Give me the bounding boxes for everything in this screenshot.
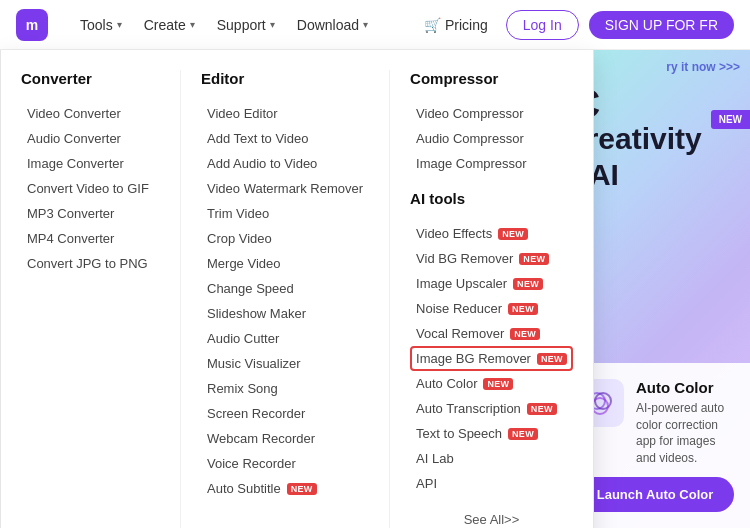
- menu-item-music-visualizer[interactable]: Music Visualizer: [201, 351, 369, 376]
- card-top: Auto Color AI-powered auto color correct…: [576, 379, 734, 467]
- nav-create[interactable]: Create ▾: [136, 11, 203, 39]
- menu-item-noise-reducer[interactable]: Noise Reducer NEW: [410, 296, 573, 321]
- main-nav: Tools ▾ Create ▾ Support ▾ Download ▾: [72, 11, 416, 39]
- menu-item-auto-color[interactable]: Auto Color NEW: [410, 371, 573, 396]
- menu-item-crop[interactable]: Crop Video: [201, 226, 369, 251]
- compressor-ai-column: Compressor Video Compressor Audio Compre…: [390, 70, 593, 528]
- menu-item-trim[interactable]: Trim Video: [201, 201, 369, 226]
- new-badge: NEW: [498, 228, 528, 240]
- new-badge: NEW: [510, 328, 540, 340]
- cart-icon: 🛒: [424, 17, 441, 33]
- menu-item-auto-subtitle[interactable]: Auto Subtitle NEW: [201, 476, 369, 501]
- chevron-down-icon: ▾: [270, 19, 275, 30]
- pricing-button[interactable]: 🛒 Pricing: [416, 11, 496, 39]
- menu-item-video-converter[interactable]: Video Converter: [21, 101, 160, 126]
- signup-button[interactable]: SIGN UP FOR FR: [589, 11, 734, 39]
- menu-item-webcam[interactable]: Webcam Recorder: [201, 426, 369, 451]
- nav-support[interactable]: Support ▾: [209, 11, 283, 39]
- menu-item-watermark[interactable]: Video Watermark Remover: [201, 176, 369, 201]
- card-title: Auto Color: [636, 379, 734, 396]
- menu-item-mp3[interactable]: MP3 Converter: [21, 201, 160, 226]
- menu-item-video-effects[interactable]: Video Effects NEW: [410, 221, 573, 246]
- editor-column: Editor Video Editor Add Text to Video Ad…: [181, 70, 390, 528]
- menu-item-convert-gif[interactable]: Convert Video to GIF: [21, 176, 160, 201]
- menu-item-audio-converter[interactable]: Audio Converter: [21, 126, 160, 151]
- menu-item-image-bg-remover[interactable]: Image BG Remover NEW: [410, 346, 573, 371]
- new-badge: NEW: [513, 278, 543, 290]
- menu-item-speed[interactable]: Change Speed: [201, 276, 369, 301]
- menu-item-slideshow[interactable]: Slideshow Maker: [201, 301, 369, 326]
- new-badge: NEW: [483, 378, 513, 390]
- menu-item-mp4[interactable]: MP4 Converter: [21, 226, 160, 251]
- new-badge: NEW: [508, 428, 538, 440]
- new-badge-hero: NEW: [711, 110, 750, 129]
- editor-title: Editor: [201, 70, 369, 87]
- ai-tools-title: AI tools: [410, 190, 573, 207]
- chevron-down-icon: ▾: [190, 19, 195, 30]
- menu-item-image-compressor[interactable]: Image Compressor: [410, 151, 573, 176]
- card-description: AI-powered auto color correction app for…: [636, 400, 734, 467]
- chevron-down-icon: ▾: [363, 19, 368, 30]
- menu-item-audio-compressor[interactable]: Audio Compressor: [410, 126, 573, 151]
- menu-item-voice[interactable]: Voice Recorder: [201, 451, 369, 476]
- mega-menu: Converter Video Converter Audio Converte…: [0, 50, 594, 528]
- menu-item-add-audio[interactable]: Add Audio to Video: [201, 151, 369, 176]
- menu-item-text-speech[interactable]: Text to Speech NEW: [410, 421, 573, 446]
- menu-item-vid-bg-remover[interactable]: Vid BG Remover NEW: [410, 246, 573, 271]
- menu-item-vocal-remover[interactable]: Vocal Remover NEW: [410, 321, 573, 346]
- menu-item-auto-transcription[interactable]: Auto Transcription NEW: [410, 396, 573, 421]
- nav-tools[interactable]: Tools ▾: [72, 11, 130, 39]
- chevron-down-icon: ▾: [117, 19, 122, 30]
- launch-auto-color-button[interactable]: Launch Auto Color: [576, 477, 734, 512]
- menu-item-jpg-png[interactable]: Convert JPG to PNG: [21, 251, 160, 276]
- logo-icon: m: [16, 9, 48, 41]
- menu-item-ai-lab[interactable]: AI Lab: [410, 446, 573, 471]
- menu-item-screen-recorder[interactable]: Screen Recorder: [201, 401, 369, 426]
- svg-point-2: [592, 398, 608, 414]
- menu-item-remix[interactable]: Remix Song: [201, 376, 369, 401]
- new-badge: NEW: [508, 303, 538, 315]
- menu-item-image-upscaler[interactable]: Image Upscaler NEW: [410, 271, 573, 296]
- menu-item-audio-cutter[interactable]: Audio Cutter: [201, 326, 369, 351]
- menu-item-merge[interactable]: Merge Video: [201, 251, 369, 276]
- try-now-text: ry it now >>>: [666, 60, 740, 74]
- menu-item-video-editor[interactable]: Video Editor: [201, 101, 369, 126]
- menu-item-video-compressor[interactable]: Video Compressor: [410, 101, 573, 126]
- card-info: Auto Color AI-powered auto color correct…: [636, 379, 734, 467]
- menu-item-api[interactable]: API: [410, 471, 573, 496]
- nav-download[interactable]: Download ▾: [289, 11, 376, 39]
- new-badge: NEW: [519, 253, 549, 265]
- new-badge: NEW: [287, 483, 317, 495]
- header-right: 🛒 Pricing Log In SIGN UP FOR FR: [416, 10, 734, 40]
- menu-item-image-converter[interactable]: Image Converter: [21, 151, 160, 176]
- logo[interactable]: m: [16, 9, 48, 41]
- new-badge: NEW: [527, 403, 557, 415]
- converter-title: Converter: [21, 70, 160, 87]
- compressor-title: Compressor: [410, 70, 573, 87]
- converter-column: Converter Video Converter Audio Converte…: [1, 70, 181, 528]
- menu-item-add-text[interactable]: Add Text to Video: [201, 126, 369, 151]
- header: m Tools ▾ Create ▾ Support ▾ Download ▾ …: [0, 0, 750, 50]
- new-badge: NEW: [537, 353, 567, 365]
- login-button[interactable]: Log In: [506, 10, 579, 40]
- see-all-link[interactable]: See All>>: [410, 508, 573, 528]
